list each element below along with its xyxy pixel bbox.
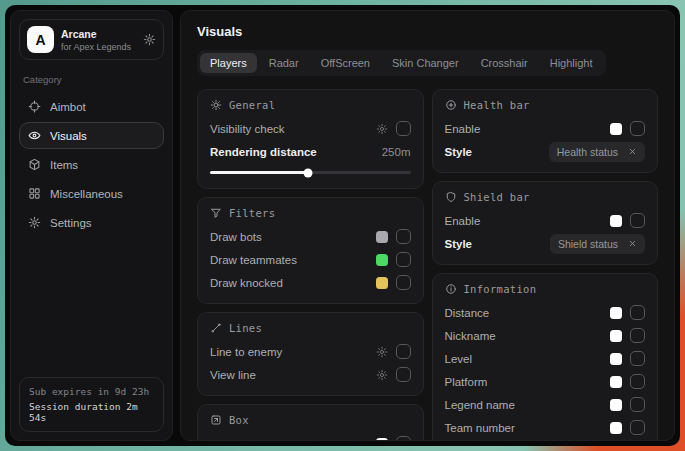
setting-label: Style	[445, 146, 473, 158]
tab-players[interactable]: Players	[200, 53, 257, 73]
checkbox[interactable]	[630, 351, 645, 366]
checkbox[interactable]	[630, 374, 645, 389]
settings-gear-icon[interactable]	[143, 33, 156, 46]
app-name: Arcane	[61, 28, 136, 40]
sidebar-nav: AimbotVisualsItemsMiscellaneousSettings	[19, 93, 164, 236]
checkbox[interactable]	[630, 213, 645, 228]
gear-icon[interactable]	[376, 123, 388, 135]
color-swatch[interactable]	[376, 277, 388, 289]
card-box: BoxEnableEnable background	[197, 404, 424, 441]
sun-icon	[210, 99, 222, 111]
slider-fill	[210, 171, 308, 174]
setting-label: Draw knocked	[210, 277, 283, 289]
app-logo: A	[27, 26, 54, 53]
card-information: InformationDistanceNicknameLevelPlatform…	[432, 273, 659, 441]
color-swatch[interactable]	[610, 376, 622, 388]
setting-label: Distance	[445, 307, 490, 319]
checkbox[interactable]	[630, 305, 645, 320]
tab-crosshair[interactable]: Crosshair	[471, 53, 538, 73]
gear-icon	[28, 216, 41, 229]
setting-label: Rendering distance	[210, 146, 317, 158]
close-icon[interactable]	[628, 239, 637, 248]
card-header: Health bar	[445, 99, 646, 111]
setting-row: Level	[445, 348, 646, 369]
row-controls	[376, 229, 411, 244]
tab-skin-changer[interactable]: Skin Changer	[382, 53, 469, 73]
setting-row: Enable	[210, 433, 411, 441]
card-title: General	[229, 99, 275, 111]
shield-icon	[445, 191, 457, 203]
category-label: Category	[23, 74, 160, 85]
setting-row: Platform	[445, 371, 646, 392]
row-controls	[610, 328, 645, 343]
setting-row: Enable	[445, 210, 646, 231]
card-header: General	[210, 99, 411, 111]
setting-label: Enable	[445, 123, 481, 135]
checkbox[interactable]	[396, 252, 411, 267]
checkbox[interactable]	[396, 367, 411, 382]
color-swatch[interactable]	[610, 307, 622, 319]
slider-thumb[interactable]	[304, 168, 313, 177]
row-controls	[376, 367, 411, 382]
sidebar-item-items[interactable]: Items	[19, 151, 164, 178]
setting-row: Draw bots	[210, 226, 411, 247]
checkbox[interactable]	[630, 420, 645, 435]
setting-row: View line	[210, 364, 411, 385]
checkbox[interactable]	[396, 121, 411, 136]
page-title: Visuals	[197, 24, 658, 39]
slider-track[interactable]	[210, 171, 411, 174]
setting-row: Legend name	[445, 394, 646, 415]
tab-radar[interactable]: Radar	[259, 53, 309, 73]
checkbox[interactable]	[396, 275, 411, 290]
color-swatch[interactable]	[376, 438, 388, 442]
color-swatch[interactable]	[610, 330, 622, 342]
sidebar-item-label: Visuals	[50, 130, 87, 142]
checkbox[interactable]	[630, 328, 645, 343]
setting-label: Draw teammates	[210, 254, 297, 266]
color-swatch[interactable]	[610, 215, 622, 227]
gear-icon[interactable]	[376, 346, 388, 358]
color-swatch[interactable]	[610, 399, 622, 411]
close-icon[interactable]	[628, 147, 637, 156]
tab-offscreen[interactable]: OffScreen	[311, 53, 380, 73]
funnel-icon	[210, 207, 222, 219]
checkbox[interactable]	[396, 436, 411, 441]
row-controls	[610, 213, 645, 228]
sidebar-item-visuals[interactable]: Visuals	[19, 122, 164, 149]
gear-icon[interactable]	[376, 369, 388, 381]
card-title: Box	[229, 414, 249, 426]
setting-row: Draw teammates	[210, 249, 411, 270]
sidebar-item-settings[interactable]: Settings	[19, 209, 164, 236]
cards-area: GeneralVisibility checkRendering distanc…	[197, 89, 658, 441]
checkbox[interactable]	[396, 229, 411, 244]
main-panel: Visuals PlayersRadarOffScreenSkin Change…	[180, 10, 675, 441]
setting-row: Line to enemy	[210, 341, 411, 362]
style-select[interactable]: Shield status	[550, 234, 645, 254]
checkbox[interactable]	[630, 397, 645, 412]
app-window: A Arcane for Apex Legends Category Aimbo…	[5, 5, 680, 446]
checkbox[interactable]	[396, 344, 411, 359]
color-swatch[interactable]	[610, 422, 622, 434]
sidebar-item-label: Settings	[50, 217, 92, 229]
style-select[interactable]: Health status	[549, 142, 645, 162]
grid-icon	[28, 187, 41, 200]
checkbox[interactable]	[630, 121, 645, 136]
color-swatch[interactable]	[376, 254, 388, 266]
color-swatch[interactable]	[610, 123, 622, 135]
setting-row: Draw knocked	[210, 272, 411, 293]
slider-value: 250m	[382, 146, 411, 158]
sidebar: A Arcane for Apex Legends Category Aimbo…	[10, 10, 173, 441]
color-swatch[interactable]	[376, 231, 388, 243]
card-title: Health bar	[464, 99, 530, 111]
sidebar-item-aimbot[interactable]: Aimbot	[19, 93, 164, 120]
color-swatch[interactable]	[610, 353, 622, 365]
setting-label: Team number	[445, 422, 515, 434]
row-controls	[376, 436, 411, 441]
card-lines: LinesLine to enemyView line	[197, 312, 424, 396]
sidebar-item-miscellaneous[interactable]: Miscellaneous	[19, 180, 164, 207]
tab-highlight[interactable]: Highlight	[540, 53, 603, 73]
row-controls	[376, 121, 411, 136]
card-title: Filters	[229, 207, 275, 219]
health-icon	[445, 99, 457, 111]
card-general: GeneralVisibility checkRendering distanc…	[197, 89, 424, 189]
